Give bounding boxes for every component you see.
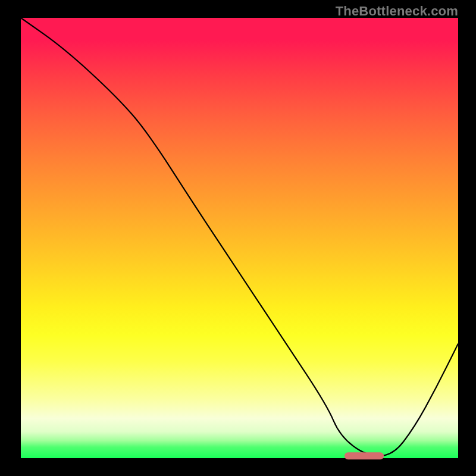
chart-container: TheBottleneck.com — [0, 0, 476, 476]
bottleneck-curve — [21, 18, 458, 456]
optimum-marker — [345, 452, 384, 459]
chart-svg — [21, 18, 458, 458]
watermark-text: TheBottleneck.com — [336, 4, 458, 19]
